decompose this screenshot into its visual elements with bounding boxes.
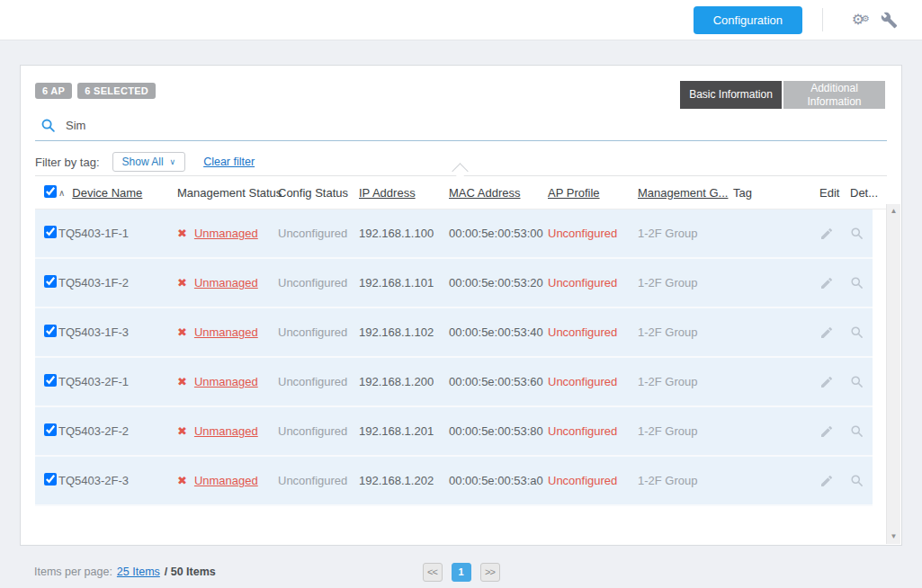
config-status: Unconfigured xyxy=(278,375,359,388)
items-per-page: Items per page: 25 Items / 50 Items xyxy=(34,566,216,578)
pencil-glyph xyxy=(819,474,834,488)
config-status: Unconfigured xyxy=(278,276,359,290)
row-checkbox[interactable] xyxy=(44,226,57,238)
management-group: 1-2F Group xyxy=(638,325,733,339)
edit-pencil-icon[interactable] xyxy=(819,325,850,340)
tab-additional-information[interactable]: Additional Information xyxy=(783,81,885,109)
details-magnifier-icon[interactable] xyxy=(850,474,873,487)
page-1-button[interactable]: 1 xyxy=(452,563,471,582)
details-magnifier-icon[interactable] xyxy=(850,227,873,240)
table-row: TQ5403-2F-2 ✖ Unmanaged Unconfigured 192… xyxy=(35,407,873,457)
config-status: Unconfigured xyxy=(278,474,359,487)
settings-gears-icon[interactable]: ⚙ ⚙ xyxy=(843,13,873,27)
column-header-device-name[interactable]: Device Name xyxy=(72,186,142,200)
config-status: Unconfigured xyxy=(278,227,359,240)
magnifier-glyph xyxy=(850,474,864,487)
management-status-link[interactable]: Unmanaged xyxy=(194,474,258,487)
device-name: TQ5403-1F-2 xyxy=(58,276,177,290)
pencil-glyph xyxy=(819,424,834,439)
row-checkbox[interactable] xyxy=(44,423,57,436)
unmanaged-x-icon: ✖ xyxy=(177,276,187,290)
ip-address: 192.168.1.101 xyxy=(359,276,449,290)
selected-count-badge: 6 SELECTED xyxy=(77,83,156,99)
row-checkbox[interactable] xyxy=(44,275,57,288)
ap-profile-status: Unconfigured xyxy=(548,325,638,339)
column-header-management-group[interactable]: Management G... xyxy=(638,186,733,200)
unmanaged-x-icon: ✖ xyxy=(177,325,187,339)
management-status-link[interactable]: Unmanaged xyxy=(194,325,258,339)
items-per-page-label: Items per page: xyxy=(34,566,112,578)
tools-wrench-icon[interactable] xyxy=(873,12,904,29)
ap-profile-status: Unconfigured xyxy=(548,424,638,438)
select-all-checkbox[interactable] xyxy=(44,185,57,198)
edit-pencil-icon[interactable] xyxy=(819,276,850,290)
total-items-label: / 50 Items xyxy=(165,566,216,578)
table-scrollbar[interactable]: ▲ ▼ xyxy=(886,204,900,544)
device-name: TQ5403-2F-3 xyxy=(58,474,177,487)
edit-pencil-icon[interactable] xyxy=(819,375,850,389)
config-status: Unconfigured xyxy=(278,325,359,339)
management-status-link[interactable]: Unmanaged xyxy=(194,424,258,438)
details-magnifier-icon[interactable] xyxy=(850,375,873,388)
magnifier-glyph xyxy=(850,227,864,240)
sort-ascending-icon[interactable]: ∧ xyxy=(58,188,65,198)
scroll-up-icon[interactable]: ▲ xyxy=(891,208,898,215)
table-row: TQ5403-1F-1 ✖ Unmanaged Unconfigured 192… xyxy=(35,209,873,259)
column-header-details: Det... xyxy=(850,186,887,200)
ip-address: 192.168.1.100 xyxy=(359,227,449,240)
ap-count-badge: 6 AP xyxy=(35,83,72,99)
scroll-down-icon[interactable]: ▼ xyxy=(891,533,898,540)
search-icon xyxy=(40,118,56,133)
prev-page-button[interactable]: << xyxy=(423,563,443,582)
edit-pencil-icon[interactable] xyxy=(819,227,850,241)
page-size-link[interactable]: 25 Items xyxy=(117,566,160,578)
tag-filter-value: Show All xyxy=(122,156,164,168)
row-checkbox[interactable] xyxy=(44,473,57,486)
device-name: TQ5403-1F-1 xyxy=(58,227,177,240)
details-magnifier-icon[interactable] xyxy=(850,325,873,339)
management-group: 1-2F Group xyxy=(638,474,733,487)
device-name: TQ5403-2F-1 xyxy=(58,375,177,388)
magnifier-glyph xyxy=(850,424,864,438)
device-name: TQ5403-1F-3 xyxy=(58,325,177,339)
column-header-mac-address[interactable]: MAC Address xyxy=(449,186,548,200)
device-list-panel: 6 AP 6 SELECTED Basic Information Additi… xyxy=(20,65,902,546)
mac-address: 00:00:5e:00:53:40 xyxy=(449,325,548,339)
search-input[interactable] xyxy=(66,119,515,132)
pencil-glyph xyxy=(819,325,834,340)
management-status-link[interactable]: Unmanaged xyxy=(194,227,258,240)
table-header-row: ∧ Device Name Management Status Config S… xyxy=(35,176,887,209)
configuration-button[interactable]: Configuration xyxy=(694,6,802,34)
wrench-glyph xyxy=(881,12,898,29)
info-tabs: Basic Information Additional Information xyxy=(680,81,885,109)
unmanaged-x-icon: ✖ xyxy=(177,375,187,388)
next-page-button[interactable]: >> xyxy=(480,563,500,582)
ap-profile-status: Unconfigured xyxy=(548,474,638,487)
pencil-glyph xyxy=(819,375,834,389)
row-checkbox[interactable] xyxy=(44,374,57,387)
clear-filter-link[interactable]: Clear filter xyxy=(203,156,255,168)
column-header-edit: Edit xyxy=(819,186,850,200)
topbar-divider xyxy=(822,8,823,31)
table-row: TQ5403-2F-1 ✖ Unmanaged Unconfigured 192… xyxy=(35,358,873,407)
details-magnifier-icon[interactable] xyxy=(850,276,873,290)
unmanaged-x-icon: ✖ xyxy=(177,227,187,240)
management-group: 1-2F Group xyxy=(638,375,733,388)
row-checkbox[interactable] xyxy=(44,325,57,337)
tag-filter-dropdown[interactable]: Show All ∨ xyxy=(112,152,186,172)
table-row: TQ5403-2F-3 ✖ Unmanaged Unconfigured 192… xyxy=(35,457,873,506)
magnifier-glyph xyxy=(850,276,864,290)
mac-address: 00:00:5e:00:53:20 xyxy=(449,276,548,290)
management-status-link[interactable]: Unmanaged xyxy=(194,276,258,290)
column-header-ap-profile[interactable]: AP Profile xyxy=(548,186,638,200)
details-magnifier-icon[interactable] xyxy=(850,424,873,438)
tab-basic-information[interactable]: Basic Information xyxy=(680,81,782,109)
edit-pencil-icon[interactable] xyxy=(819,474,850,488)
ip-address: 192.168.1.202 xyxy=(359,474,449,487)
column-header-ip-address[interactable]: IP Address xyxy=(359,186,449,200)
magnifier-glyph xyxy=(850,325,864,339)
unmanaged-x-icon: ✖ xyxy=(177,424,187,438)
edit-pencil-icon[interactable] xyxy=(819,424,850,439)
table-row: TQ5403-1F-2 ✖ Unmanaged Unconfigured 192… xyxy=(35,259,873,308)
management-status-link[interactable]: Unmanaged xyxy=(194,375,258,388)
